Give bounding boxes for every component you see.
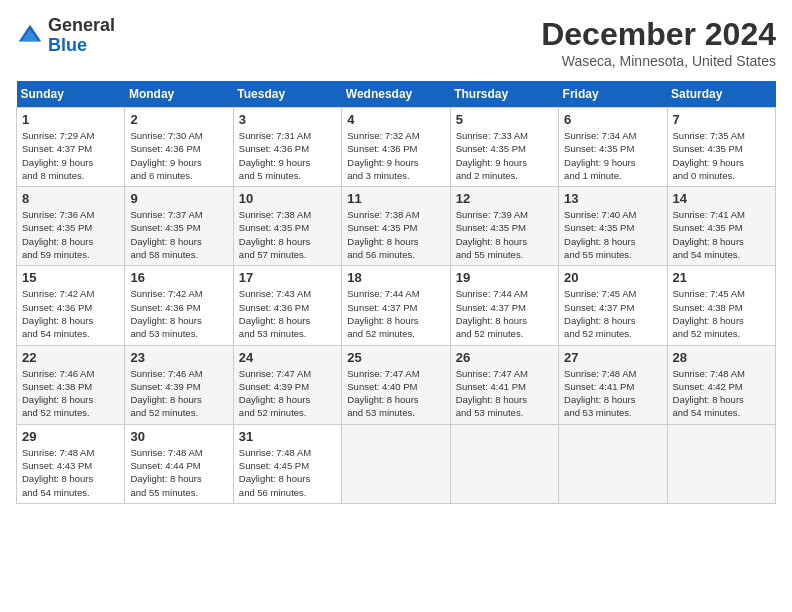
day-info: Sunrise: 7:44 AM Sunset: 4:37 PM Dayligh… (347, 287, 444, 340)
calendar-cell: 15Sunrise: 7:42 AM Sunset: 4:36 PM Dayli… (17, 266, 125, 345)
day-number: 2 (130, 112, 227, 127)
calendar-cell: 5Sunrise: 7:33 AM Sunset: 4:35 PM Daylig… (450, 108, 558, 187)
day-info: Sunrise: 7:38 AM Sunset: 4:35 PM Dayligh… (239, 208, 336, 261)
day-info: Sunrise: 7:43 AM Sunset: 4:36 PM Dayligh… (239, 287, 336, 340)
day-number: 3 (239, 112, 336, 127)
day-header-saturday: Saturday (667, 81, 775, 108)
calendar-cell: 14Sunrise: 7:41 AM Sunset: 4:35 PM Dayli… (667, 187, 775, 266)
calendar-cell: 28Sunrise: 7:48 AM Sunset: 4:42 PM Dayli… (667, 345, 775, 424)
day-number: 4 (347, 112, 444, 127)
day-info: Sunrise: 7:33 AM Sunset: 4:35 PM Dayligh… (456, 129, 553, 182)
day-info: Sunrise: 7:48 AM Sunset: 4:41 PM Dayligh… (564, 367, 661, 420)
calendar-cell: 31Sunrise: 7:48 AM Sunset: 4:45 PM Dayli… (233, 424, 341, 503)
calendar-cell: 8Sunrise: 7:36 AM Sunset: 4:35 PM Daylig… (17, 187, 125, 266)
day-number: 9 (130, 191, 227, 206)
day-number: 12 (456, 191, 553, 206)
day-number: 30 (130, 429, 227, 444)
day-number: 29 (22, 429, 119, 444)
day-info: Sunrise: 7:47 AM Sunset: 4:39 PM Dayligh… (239, 367, 336, 420)
calendar-cell (559, 424, 667, 503)
title-block: December 2024 Waseca, Minnesota, United … (541, 16, 776, 69)
day-info: Sunrise: 7:46 AM Sunset: 4:38 PM Dayligh… (22, 367, 119, 420)
day-info: Sunrise: 7:45 AM Sunset: 4:38 PM Dayligh… (673, 287, 770, 340)
calendar-cell: 16Sunrise: 7:42 AM Sunset: 4:36 PM Dayli… (125, 266, 233, 345)
calendar-cell: 18Sunrise: 7:44 AM Sunset: 4:37 PM Dayli… (342, 266, 450, 345)
day-number: 16 (130, 270, 227, 285)
calendar-cell: 6Sunrise: 7:34 AM Sunset: 4:35 PM Daylig… (559, 108, 667, 187)
day-info: Sunrise: 7:47 AM Sunset: 4:41 PM Dayligh… (456, 367, 553, 420)
calendar-cell: 20Sunrise: 7:45 AM Sunset: 4:37 PM Dayli… (559, 266, 667, 345)
day-info: Sunrise: 7:38 AM Sunset: 4:35 PM Dayligh… (347, 208, 444, 261)
day-number: 22 (22, 350, 119, 365)
day-info: Sunrise: 7:48 AM Sunset: 4:44 PM Dayligh… (130, 446, 227, 499)
calendar-cell: 22Sunrise: 7:46 AM Sunset: 4:38 PM Dayli… (17, 345, 125, 424)
calendar-cell: 12Sunrise: 7:39 AM Sunset: 4:35 PM Dayli… (450, 187, 558, 266)
logo-icon (16, 22, 44, 50)
calendar-cell (342, 424, 450, 503)
day-number: 11 (347, 191, 444, 206)
day-number: 5 (456, 112, 553, 127)
calendar-cell: 13Sunrise: 7:40 AM Sunset: 4:35 PM Dayli… (559, 187, 667, 266)
calendar-cell: 27Sunrise: 7:48 AM Sunset: 4:41 PM Dayli… (559, 345, 667, 424)
day-header-monday: Monday (125, 81, 233, 108)
month-title: December 2024 (541, 16, 776, 53)
calendar-cell: 2Sunrise: 7:30 AM Sunset: 4:36 PM Daylig… (125, 108, 233, 187)
day-number: 13 (564, 191, 661, 206)
day-info: Sunrise: 7:48 AM Sunset: 4:45 PM Dayligh… (239, 446, 336, 499)
calendar-cell: 21Sunrise: 7:45 AM Sunset: 4:38 PM Dayli… (667, 266, 775, 345)
calendar-cell: 29Sunrise: 7:48 AM Sunset: 4:43 PM Dayli… (17, 424, 125, 503)
day-info: Sunrise: 7:46 AM Sunset: 4:39 PM Dayligh… (130, 367, 227, 420)
day-info: Sunrise: 7:29 AM Sunset: 4:37 PM Dayligh… (22, 129, 119, 182)
day-header-thursday: Thursday (450, 81, 558, 108)
day-info: Sunrise: 7:39 AM Sunset: 4:35 PM Dayligh… (456, 208, 553, 261)
calendar-table: SundayMondayTuesdayWednesdayThursdayFrid… (16, 81, 776, 504)
day-info: Sunrise: 7:41 AM Sunset: 4:35 PM Dayligh… (673, 208, 770, 261)
calendar-week-3: 15Sunrise: 7:42 AM Sunset: 4:36 PM Dayli… (17, 266, 776, 345)
page-header: General Blue December 2024 Waseca, Minne… (16, 16, 776, 69)
calendar-cell: 4Sunrise: 7:32 AM Sunset: 4:36 PM Daylig… (342, 108, 450, 187)
calendar-cell: 26Sunrise: 7:47 AM Sunset: 4:41 PM Dayli… (450, 345, 558, 424)
day-number: 7 (673, 112, 770, 127)
day-info: Sunrise: 7:42 AM Sunset: 4:36 PM Dayligh… (130, 287, 227, 340)
calendar-cell: 30Sunrise: 7:48 AM Sunset: 4:44 PM Dayli… (125, 424, 233, 503)
calendar-header-row: SundayMondayTuesdayWednesdayThursdayFrid… (17, 81, 776, 108)
calendar-cell: 9Sunrise: 7:37 AM Sunset: 4:35 PM Daylig… (125, 187, 233, 266)
day-info: Sunrise: 7:47 AM Sunset: 4:40 PM Dayligh… (347, 367, 444, 420)
day-info: Sunrise: 7:36 AM Sunset: 4:35 PM Dayligh… (22, 208, 119, 261)
day-info: Sunrise: 7:45 AM Sunset: 4:37 PM Dayligh… (564, 287, 661, 340)
calendar-cell: 19Sunrise: 7:44 AM Sunset: 4:37 PM Dayli… (450, 266, 558, 345)
day-info: Sunrise: 7:44 AM Sunset: 4:37 PM Dayligh… (456, 287, 553, 340)
day-info: Sunrise: 7:31 AM Sunset: 4:36 PM Dayligh… (239, 129, 336, 182)
day-number: 10 (239, 191, 336, 206)
day-number: 26 (456, 350, 553, 365)
day-info: Sunrise: 7:48 AM Sunset: 4:43 PM Dayligh… (22, 446, 119, 499)
logo-general-text: General (48, 15, 115, 35)
day-number: 28 (673, 350, 770, 365)
day-info: Sunrise: 7:34 AM Sunset: 4:35 PM Dayligh… (564, 129, 661, 182)
calendar-cell: 23Sunrise: 7:46 AM Sunset: 4:39 PM Dayli… (125, 345, 233, 424)
day-number: 14 (673, 191, 770, 206)
day-number: 31 (239, 429, 336, 444)
day-info: Sunrise: 7:32 AM Sunset: 4:36 PM Dayligh… (347, 129, 444, 182)
day-number: 17 (239, 270, 336, 285)
day-info: Sunrise: 7:42 AM Sunset: 4:36 PM Dayligh… (22, 287, 119, 340)
day-info: Sunrise: 7:48 AM Sunset: 4:42 PM Dayligh… (673, 367, 770, 420)
calendar-cell: 11Sunrise: 7:38 AM Sunset: 4:35 PM Dayli… (342, 187, 450, 266)
calendar-week-1: 1Sunrise: 7:29 AM Sunset: 4:37 PM Daylig… (17, 108, 776, 187)
day-number: 23 (130, 350, 227, 365)
day-number: 25 (347, 350, 444, 365)
day-header-sunday: Sunday (17, 81, 125, 108)
calendar-week-5: 29Sunrise: 7:48 AM Sunset: 4:43 PM Dayli… (17, 424, 776, 503)
calendar-cell: 3Sunrise: 7:31 AM Sunset: 4:36 PM Daylig… (233, 108, 341, 187)
day-info: Sunrise: 7:37 AM Sunset: 4:35 PM Dayligh… (130, 208, 227, 261)
day-info: Sunrise: 7:30 AM Sunset: 4:36 PM Dayligh… (130, 129, 227, 182)
day-number: 27 (564, 350, 661, 365)
calendar-cell: 24Sunrise: 7:47 AM Sunset: 4:39 PM Dayli… (233, 345, 341, 424)
calendar-cell: 7Sunrise: 7:35 AM Sunset: 4:35 PM Daylig… (667, 108, 775, 187)
day-number: 19 (456, 270, 553, 285)
day-header-tuesday: Tuesday (233, 81, 341, 108)
calendar-week-2: 8Sunrise: 7:36 AM Sunset: 4:35 PM Daylig… (17, 187, 776, 266)
calendar-cell: 17Sunrise: 7:43 AM Sunset: 4:36 PM Dayli… (233, 266, 341, 345)
calendar-week-4: 22Sunrise: 7:46 AM Sunset: 4:38 PM Dayli… (17, 345, 776, 424)
day-info: Sunrise: 7:35 AM Sunset: 4:35 PM Dayligh… (673, 129, 770, 182)
